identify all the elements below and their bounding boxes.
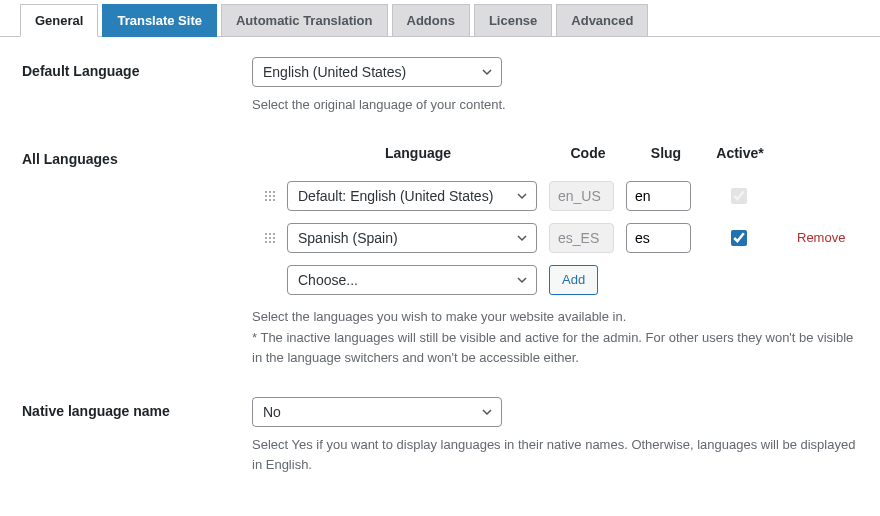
- slug-input[interactable]: [626, 181, 691, 211]
- svg-point-1: [269, 191, 271, 193]
- all-languages-help2: * The inactive languages will still be v…: [252, 328, 858, 367]
- active-checkbox[interactable]: [731, 230, 747, 246]
- header-slug: Slug: [627, 145, 705, 161]
- header-language: Language: [287, 145, 549, 161]
- tab-addons[interactable]: Addons: [392, 4, 470, 37]
- language-row: Default: English (United States): [252, 181, 858, 211]
- all-languages-label: All Languages: [22, 145, 252, 167]
- all-languages-help1: Select the languages you wish to make yo…: [252, 307, 858, 327]
- svg-point-17: [273, 241, 275, 243]
- active-checkbox: [731, 188, 747, 204]
- svg-point-12: [265, 237, 267, 239]
- header-active: Active*: [705, 145, 775, 161]
- svg-point-0: [265, 191, 267, 193]
- settings-tabs: General Translate Site Automatic Transla…: [0, 4, 880, 37]
- svg-point-10: [269, 233, 271, 235]
- svg-point-11: [273, 233, 275, 235]
- drag-handle-icon[interactable]: [252, 232, 287, 244]
- language-row: Spanish (Spain)Remove: [252, 223, 858, 253]
- add-button[interactable]: Add: [549, 265, 598, 295]
- svg-point-8: [273, 199, 275, 201]
- choose-language-select[interactable]: Choose...: [287, 265, 537, 295]
- native-name-select[interactable]: No: [252, 397, 502, 427]
- svg-point-16: [269, 241, 271, 243]
- svg-point-5: [273, 195, 275, 197]
- drag-handle-icon[interactable]: [252, 190, 287, 202]
- language-select[interactable]: Default: English (United States): [287, 181, 537, 211]
- svg-point-3: [265, 195, 267, 197]
- tab-general[interactable]: General: [20, 4, 98, 37]
- default-language-label: Default Language: [22, 57, 252, 79]
- active-cell: [703, 227, 773, 249]
- svg-point-4: [269, 195, 271, 197]
- slug-input[interactable]: [626, 223, 691, 253]
- default-language-help: Select the original language of your con…: [252, 95, 858, 115]
- native-name-label: Native language name: [22, 397, 252, 419]
- default-language-select[interactable]: English (United States): [252, 57, 502, 87]
- svg-point-6: [265, 199, 267, 201]
- active-cell: [703, 185, 773, 207]
- header-code: Code: [549, 145, 627, 161]
- native-name-help: Select Yes if you want to display langua…: [252, 435, 858, 474]
- svg-point-14: [273, 237, 275, 239]
- tab-translate-site[interactable]: Translate Site: [102, 4, 217, 37]
- svg-point-2: [273, 191, 275, 193]
- tab-license[interactable]: License: [474, 4, 552, 37]
- code-input: [549, 181, 614, 211]
- svg-point-7: [269, 199, 271, 201]
- svg-point-9: [265, 233, 267, 235]
- language-select[interactable]: Spanish (Spain): [287, 223, 537, 253]
- code-input: [549, 223, 614, 253]
- languages-table-header: Language Code Slug Active*: [252, 145, 858, 161]
- svg-point-13: [269, 237, 271, 239]
- remove-link[interactable]: Remove: [797, 230, 845, 245]
- svg-point-15: [265, 241, 267, 243]
- tab-advanced[interactable]: Advanced: [556, 4, 648, 37]
- tab-automatic-translation[interactable]: Automatic Translation: [221, 4, 388, 37]
